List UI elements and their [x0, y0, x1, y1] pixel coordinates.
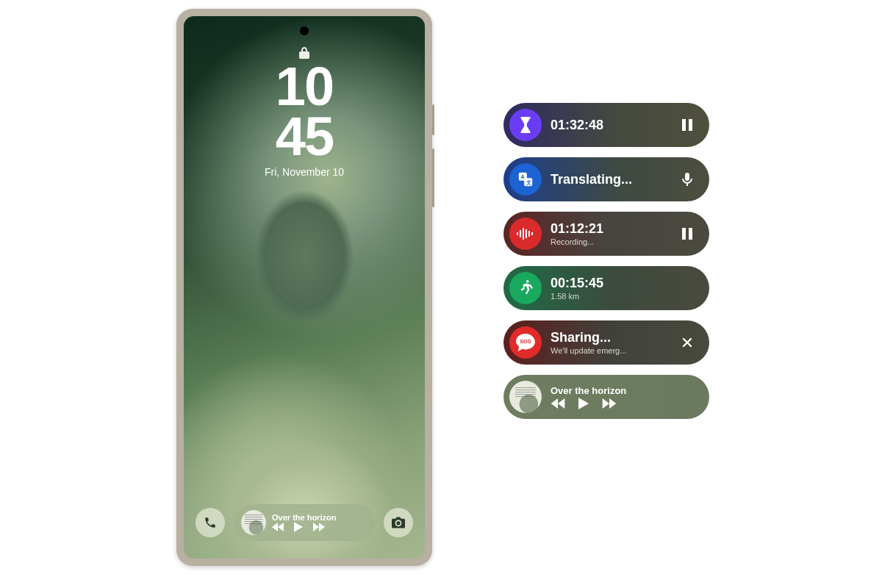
phone-shortcut-button[interactable]	[196, 508, 225, 537]
clock-hour: 10	[265, 62, 344, 112]
stopwatch-time: 01:32:48	[551, 118, 668, 133]
svg-rect-6	[523, 228, 524, 240]
close-icon	[682, 337, 692, 348]
sos-title: Sharing...	[551, 330, 668, 345]
rewind-icon[interactable]	[272, 523, 284, 531]
lockscreen-clock: 10 45 Fri, November 10	[265, 62, 344, 178]
mic-icon	[682, 173, 692, 186]
mic-button[interactable]	[677, 173, 698, 186]
translate-label: Translating...	[551, 172, 668, 187]
pause-button[interactable]	[677, 119, 698, 131]
lockscreen-media-widget[interactable]: Over the horizon	[234, 504, 375, 541]
rewind-icon[interactable]	[551, 398, 565, 409]
svg-rect-9	[531, 232, 533, 235]
camera-hole	[300, 26, 309, 35]
hourglass-icon	[509, 109, 542, 141]
exercise-distance: 1.58 km	[551, 292, 668, 301]
album-art-icon	[509, 381, 542, 413]
svg-rect-4	[517, 232, 518, 235]
stopwatch-pill[interactable]: 01:32:48	[503, 103, 709, 147]
translate-icon: A文	[509, 163, 542, 196]
svg-text:文: 文	[526, 179, 531, 186]
sos-subtitle: We'll update emerg...	[551, 346, 668, 355]
svg-rect-8	[528, 231, 530, 237]
close-button[interactable]	[677, 337, 698, 348]
lockscreen-dock: Over the horizon	[196, 504, 413, 541]
recording-pill[interactable]: 01:12:21 Recording...	[503, 212, 709, 256]
translate-pill[interactable]: A文 Translating...	[503, 157, 709, 201]
wallpaper-figure	[184, 126, 425, 559]
media-title: Over the horizon	[272, 513, 368, 522]
voice-recorder-icon	[509, 218, 542, 250]
svg-text:SOS: SOS	[520, 338, 531, 345]
recording-time: 01:12:21	[551, 221, 668, 237]
media-title: Over the horizon	[551, 385, 698, 396]
clock-date: Fri, November 10	[265, 166, 344, 178]
media-pill[interactable]: Over the horizon	[503, 375, 709, 419]
sos-icon: SOS	[509, 326, 542, 359]
svg-text:A: A	[521, 173, 526, 180]
forward-icon[interactable]	[602, 398, 617, 409]
clock-minute: 45	[265, 112, 344, 162]
sos-pill[interactable]: SOS Sharing... We'll update emerg...	[503, 320, 709, 365]
play-icon[interactable]	[294, 522, 303, 532]
svg-rect-5	[520, 230, 521, 237]
notification-pill-list: 01:32:48 A文 Translating... 01:12:	[503, 103, 709, 419]
pause-button[interactable]	[677, 228, 698, 240]
camera-icon	[392, 517, 405, 528]
phone-lockscreen: 10 45 Fri, November 10 Over the horizon	[184, 16, 425, 559]
running-icon	[509, 272, 542, 304]
phone-icon	[204, 516, 217, 529]
exercise-pill[interactable]: 00:15:45 1.58 km	[503, 266, 709, 310]
pause-icon	[682, 119, 692, 131]
svg-rect-7	[526, 229, 527, 238]
play-icon[interactable]	[578, 398, 589, 409]
album-art-icon	[241, 510, 266, 535]
forward-icon[interactable]	[313, 523, 325, 531]
media-info: Over the horizon	[272, 513, 368, 532]
camera-shortcut-button[interactable]	[384, 508, 413, 537]
recording-status: Recording...	[551, 237, 668, 246]
phone-frame: 10 45 Fri, November 10 Over the horizon	[176, 9, 432, 566]
pause-icon	[682, 228, 692, 240]
exercise-time: 00:15:45	[551, 276, 668, 291]
